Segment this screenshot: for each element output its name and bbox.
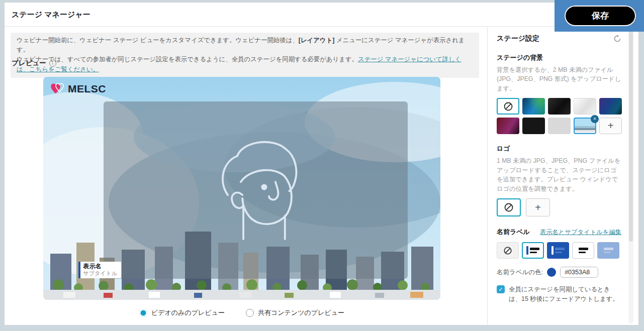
stage-logo[interactable]: MELSC xyxy=(50,82,106,95)
remove-background-icon[interactable]: × xyxy=(591,115,599,123)
radio-video-only-label: ビデオのみのプレビュー xyxy=(151,308,225,317)
background-swatch-gray[interactable] xyxy=(548,118,571,134)
stage-logo-text: MELSC xyxy=(68,83,106,95)
add-logo-button[interactable]: + xyxy=(526,198,550,216)
banner-line1-bold: [レイアウト] xyxy=(299,37,335,44)
background-swatch-light-waves[interactable] xyxy=(574,98,596,115)
radio-selected-icon[interactable] xyxy=(139,309,147,317)
background-swatch-teal-green[interactable] xyxy=(522,98,545,115)
radio-unselected-icon[interactable] xyxy=(246,309,254,317)
header: ステージ マネージャー xyxy=(5,3,638,27)
background-swatch-grid: × + xyxy=(497,98,622,134)
background-swatch-black[interactable] xyxy=(522,118,545,134)
display-name-text: 表示名 xyxy=(83,263,118,270)
participant-placeholder-icon xyxy=(212,126,308,247)
info-banner: ウェビナー開始前に、ウェビナー ステージ ビューをカスタマイズできます。ウェビナ… xyxy=(11,33,479,78)
plus-icon: + xyxy=(535,202,541,213)
name-label-style-solid-blue[interactable] xyxy=(547,242,569,259)
logo-option-none[interactable] xyxy=(497,198,521,216)
main-panel: ウェビナー開始前に、ウェビナー ステージ ビューをカスタマイズできます。ウェビナ… xyxy=(5,27,484,325)
stage-manager-window: ステージ マネージャー ウェビナー開始前に、ウェビナー ステージ ビューをカスタ… xyxy=(4,2,639,325)
name-label-color-input[interactable] xyxy=(560,267,598,278)
banner-line2-text: ウェビナーでは、すべての参加者が同じステージ設定を表示できるように、全員のステー… xyxy=(17,56,358,63)
save-button-highlight: 保存 xyxy=(555,0,644,32)
info-icon[interactable]: i xyxy=(49,60,56,67)
ban-icon xyxy=(503,101,513,112)
name-label-preview[interactable]: 表示名 サブタイトル xyxy=(78,262,122,278)
sync-fadeout-checkbox[interactable]: ✓ xyxy=(497,285,505,293)
preview-stage[interactable]: MELSC 表示名 サブタイトル xyxy=(43,77,440,300)
melsc-heart-icon xyxy=(50,82,65,95)
name-label-style-none[interactable] xyxy=(497,242,519,259)
logo-options: + xyxy=(497,198,621,216)
background-swatch-maroon[interactable] xyxy=(497,118,519,134)
name-label-style-options xyxy=(497,242,621,259)
ban-icon xyxy=(504,202,514,212)
add-background-button[interactable]: + xyxy=(599,118,622,134)
background-section-description: 背景を選択するか、2 MB 未満のファイル (JPG、JPEG、PNG 形式) … xyxy=(497,65,621,93)
plus-icon: + xyxy=(608,120,614,132)
refresh-icon[interactable] xyxy=(613,35,621,43)
background-swatch-city-photo-selected[interactable]: × xyxy=(574,118,596,134)
ban-icon xyxy=(503,246,512,255)
sync-fadeout-label: 全員にステージを同期しているときは、15 秒後にフェードアウトします。 xyxy=(509,285,621,303)
name-label-style-bar-white-selected[interactable] xyxy=(522,242,544,259)
radio-video-only[interactable]: ビデオのみのプレビュー xyxy=(139,308,225,317)
scrollbar-thumb[interactable] xyxy=(629,29,633,242)
name-label-color-swatch[interactable] xyxy=(547,268,556,277)
background-section-heading: ステージの背景 xyxy=(497,53,621,62)
preview-heading: プレビュー xyxy=(12,59,46,68)
stage-settings-sidebar: ステージ設定 ステージの背景 背景を選択するか、2 MB 未満のファイル (JP… xyxy=(487,27,634,324)
background-swatch-dark-waves[interactable] xyxy=(548,98,571,115)
preview-mode-radios: ビデオのみのプレビュー 共有コンテンツのプレビュー xyxy=(43,308,440,317)
subtitle-text: サブタイトル xyxy=(83,270,118,277)
edit-display-name-link[interactable]: 表示名とサブタイトルを編集 xyxy=(540,228,621,237)
save-button[interactable]: 保存 xyxy=(565,6,636,26)
name-label-style-text-only[interactable] xyxy=(572,242,594,259)
logo-section-description: 1 MB 未満の JPG、JPEG、PNG ファイルをアップロードすることで、ス… xyxy=(497,156,621,193)
banner-line1-pre: ウェビナー開始前に、ウェビナー ステージ ビューをカスタマイズできます。ウェビナ… xyxy=(17,37,299,44)
name-label-section-heading: 名前ラベル xyxy=(497,228,530,237)
background-swatch-none[interactable] xyxy=(497,98,519,115)
radio-shared-content[interactable]: 共有コンテンツのプレビュー xyxy=(246,308,344,317)
sidebar-title: ステージ設定 xyxy=(497,34,539,43)
logo-section-heading: ロゴ xyxy=(497,144,621,153)
background-swatch-blue-purple[interactable] xyxy=(599,98,622,115)
sidebar-scrollbar[interactable] xyxy=(628,28,633,323)
radio-shared-content-label: 共有コンテンツのプレビュー xyxy=(258,308,344,317)
page-title: ステージ マネージャー xyxy=(12,10,90,20)
name-label-style-translucent[interactable] xyxy=(597,242,619,259)
name-label-color-label: 名前ラベルの色: xyxy=(497,268,543,277)
